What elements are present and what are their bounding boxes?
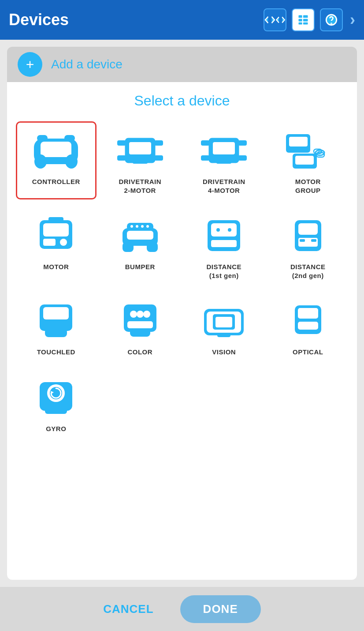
svg-rect-54: [123, 242, 134, 252]
add-device-label: Add a device: [51, 57, 123, 71]
device-grid: CONTROLLER: [16, 121, 348, 438]
device-item-vision[interactable]: VISION: [184, 292, 264, 361]
color-label: COLOR: [127, 348, 152, 357]
optical-label: OPTICAL: [293, 348, 323, 357]
svg-rect-24: [154, 155, 163, 161]
svg-rect-31: [238, 140, 247, 146]
svg-point-52: [141, 225, 144, 228]
svg-rect-63: [211, 240, 237, 247]
motor-group-icon: [279, 126, 337, 175]
svg-point-13: [49, 149, 52, 152]
touchled-label: TOUCHLED: [37, 348, 75, 357]
svg-rect-2: [299, 23, 302, 25]
svg-rect-20: [129, 142, 151, 154]
chevron-right-icon[interactable]: ›: [350, 11, 355, 29]
svg-point-10: [45, 153, 49, 157]
svg-rect-56: [127, 231, 153, 240]
controller-icon: [27, 126, 85, 175]
svg-point-15: [65, 154, 78, 169]
svg-rect-30: [201, 155, 210, 161]
svg-rect-5: [303, 23, 308, 25]
svg-rect-68: [311, 239, 316, 242]
select-title: Select a device: [16, 93, 348, 109]
device-item-distance-1st[interactable]: DISTANCE(1st gen): [184, 207, 264, 285]
bumper-icon: [111, 211, 169, 260]
svg-point-50: [130, 225, 133, 228]
device-item-gyro[interactable]: GYRO: [16, 368, 97, 438]
main-content: + Add a device Select a device: [0, 40, 364, 587]
drivetrain-2motor-label: DRIVETRAIN2-MOTOR: [119, 177, 161, 195]
vision-icon: [195, 297, 253, 345]
motor-label: MOTOR: [43, 263, 69, 271]
svg-point-75: [143, 311, 150, 318]
svg-rect-84: [298, 308, 318, 319]
distance-1st-icon: [195, 211, 253, 260]
distance-2nd-label: DISTANCE(2nd gen): [290, 263, 326, 280]
svg-rect-32: [238, 155, 247, 161]
svg-rect-76: [127, 321, 153, 328]
svg-rect-1: [299, 19, 302, 22]
svg-point-51: [136, 225, 138, 228]
svg-rect-71: [45, 328, 67, 337]
device-item-bumper[interactable]: BUMPER: [100, 207, 181, 285]
distance-1st-label: DISTANCE(1st gen): [206, 263, 241, 280]
svg-rect-65: [298, 223, 318, 235]
svg-point-12: [43, 149, 46, 152]
svg-point-53: [146, 225, 149, 228]
svg-rect-22: [117, 155, 126, 161]
svg-rect-82: [217, 333, 230, 337]
svg-rect-28: [213, 142, 235, 154]
svg-rect-25: [133, 159, 148, 164]
done-button[interactable]: DONE: [180, 595, 261, 623]
svg-rect-44: [43, 223, 69, 237]
svg-rect-16: [37, 135, 48, 141]
color-icon: [111, 297, 169, 345]
svg-point-11: [63, 153, 67, 157]
gyro-label: GYRO: [46, 424, 66, 433]
page-title: Devices: [9, 11, 264, 29]
device-item-optical[interactable]: OPTICAL: [268, 292, 349, 361]
header-icons: ›: [264, 8, 355, 31]
svg-rect-85: [298, 322, 318, 330]
drivetrain-2motor-icon: [111, 126, 169, 175]
code-icon[interactable]: [264, 8, 286, 31]
svg-rect-17: [64, 135, 75, 141]
svg-point-62: [228, 228, 231, 232]
device-item-distance-2nd[interactable]: DISTANCE(2nd gen): [268, 207, 349, 285]
svg-rect-23: [154, 140, 163, 146]
drivetrain-4motor-label: DRIVETRAIN4-MOTOR: [203, 177, 245, 195]
svg-rect-4: [303, 19, 308, 22]
drivetrain-4motor-icon: [195, 126, 253, 175]
svg-rect-29: [201, 140, 210, 146]
device-item-color[interactable]: COLOR: [100, 292, 181, 361]
device-item-motor-group[interactable]: MOTORGROUP: [268, 121, 349, 199]
svg-rect-3: [303, 15, 308, 18]
help-icon[interactable]: [320, 8, 343, 31]
device-item-drivetrain-2motor[interactable]: DRIVETRAIN2-MOTOR: [100, 121, 181, 199]
svg-rect-33: [216, 159, 231, 164]
vision-label: VISION: [212, 348, 236, 357]
svg-rect-0: [299, 15, 302, 18]
distance-2nd-icon: [279, 211, 337, 260]
cancel-button[interactable]: CANCEL: [103, 602, 153, 616]
touchled-icon: [27, 297, 85, 345]
add-device-button[interactable]: +: [18, 52, 42, 77]
controller-label: CONTROLLER: [32, 177, 80, 186]
svg-point-74: [137, 311, 144, 318]
device-item-motor[interactable]: MOTOR: [16, 207, 97, 285]
svg-rect-37: [289, 137, 308, 146]
device-item-drivetrain-4motor[interactable]: DRIVETRAIN4-MOTOR: [184, 121, 264, 199]
device-panel: Select a device: [7, 82, 357, 580]
device-item-controller[interactable]: CONTROLLER: [16, 121, 97, 199]
svg-rect-81: [215, 317, 232, 327]
svg-rect-45: [43, 239, 56, 246]
svg-rect-70: [43, 307, 69, 319]
svg-point-7: [331, 23, 331, 24]
svg-rect-47: [48, 217, 63, 222]
grid-icon[interactable]: [292, 8, 315, 31]
optical-icon: [279, 297, 337, 345]
svg-point-34: [217, 146, 221, 150]
device-item-touchled[interactable]: TOUCHLED: [16, 292, 97, 361]
header: Devices ›: [0, 0, 364, 40]
gyro-icon: [27, 373, 85, 422]
